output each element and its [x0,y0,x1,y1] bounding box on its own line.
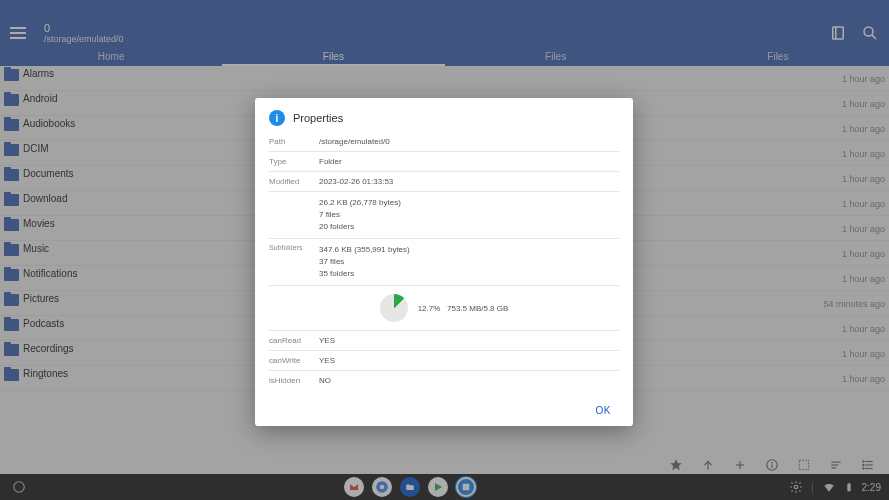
dialog-title: Properties [293,112,343,124]
storage-pie-chart [380,294,408,322]
info-badge-icon: i [269,110,285,126]
properties-dialog: i Properties Path/storage/emulated/0 Typ… [255,98,633,426]
ok-button[interactable]: OK [588,401,619,420]
